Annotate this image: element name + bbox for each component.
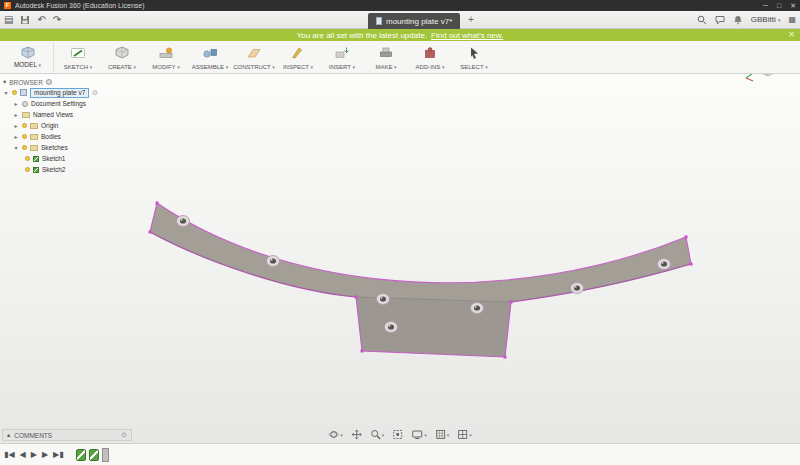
- chevron-down-icon: ▾: [382, 432, 385, 438]
- step-back-icon[interactable]: ◀: [20, 450, 26, 459]
- visibility-bulb-icon[interactable]: [25, 156, 30, 161]
- folder-icon: [30, 145, 38, 151]
- search-icon[interactable]: [697, 15, 707, 25]
- root-component-label[interactable]: mounting plate v7: [30, 88, 89, 98]
- file-menu-icon[interactable]: ▤: [4, 14, 13, 25]
- tree-item-origin[interactable]: ▸ Origin: [3, 120, 155, 131]
- panel-collapse-icon[interactable]: ▾: [3, 78, 6, 86]
- browser-panel: ▾ BROWSER ▾ mounting plate v7 ⊙ ▸ Docume…: [3, 77, 155, 175]
- chevron-down-icon: ▾: [424, 432, 427, 438]
- tree-root-component[interactable]: ▾ mounting plate v7 ⊙: [3, 87, 155, 98]
- ribbon-group-addins[interactable]: ADD-INS ▾: [408, 42, 452, 72]
- new-tab-button[interactable]: +: [468, 14, 474, 25]
- quick-toolbar: ▤ ↶ ↷ mounting plate v7* + GBBitti ▾ ▦: [0, 11, 800, 29]
- tree-collapsed-icon[interactable]: ▸: [13, 111, 19, 118]
- sketch-icon: [33, 167, 39, 173]
- tree-item-sketch2[interactable]: Sketch2: [3, 164, 155, 175]
- fit-icon: [392, 429, 403, 440]
- orbit-button[interactable]: ▾: [328, 429, 343, 440]
- inspect-icon: [290, 46, 306, 59]
- tree-item-bodies[interactable]: ▸ Bodies: [3, 131, 155, 142]
- step-forward-icon[interactable]: ▶: [42, 450, 48, 459]
- tree-item-named-views[interactable]: ▸ Named Views: [3, 109, 155, 120]
- ribbon-group-insert[interactable]: INSERT ▾: [320, 42, 364, 72]
- fit-button[interactable]: [392, 429, 403, 440]
- redo-icon[interactable]: ↷: [53, 14, 61, 25]
- ribbon-group-create[interactable]: CREATE ▾: [100, 42, 144, 72]
- visibility-bulb-icon[interactable]: [25, 167, 30, 172]
- pan-button[interactable]: [351, 429, 362, 440]
- banner-close-icon[interactable]: ✕: [788, 30, 795, 39]
- comment-icon[interactable]: [715, 15, 725, 25]
- user-account-button[interactable]: GBBitti ▾: [751, 15, 781, 24]
- tree-item-label: Sketch2: [42, 166, 66, 173]
- tree-expanded-icon[interactable]: ▾: [13, 144, 19, 151]
- workspace-model-icon: [20, 46, 36, 59]
- update-banner: You are all set with the latest update. …: [0, 29, 800, 41]
- chevron-down-icon: ▾: [340, 432, 343, 438]
- chevron-down-icon: ▾: [39, 62, 42, 68]
- ribbon-group-make[interactable]: MAKE ▾: [364, 42, 408, 72]
- ribbon-group-assemble[interactable]: ASSEMBLE ▾: [188, 42, 232, 72]
- navigation-toolbar: ▾ ▾ ▾ ▾ ▾: [328, 429, 472, 440]
- collapse-up-icon[interactable]: ▴: [7, 431, 10, 439]
- addins-icon: [422, 46, 438, 59]
- notification-bell-icon[interactable]: [733, 15, 743, 25]
- tree-collapsed-icon[interactable]: ▸: [13, 122, 19, 129]
- grid-settings-button[interactable]: ▾: [435, 429, 450, 440]
- tree-item-label: Named Views: [33, 111, 73, 118]
- tree-item-sketches[interactable]: ▾ Sketches: [3, 142, 155, 153]
- folder-icon: [30, 134, 38, 140]
- modify-icon: [158, 46, 174, 59]
- visibility-bulb-icon[interactable]: [22, 134, 27, 139]
- display-settings-button[interactable]: ▾: [411, 429, 427, 440]
- sketch-icon: [70, 46, 86, 59]
- viewports-button[interactable]: ▾: [457, 429, 472, 440]
- ribbon-group-sketch[interactable]: SKETCH ▾: [56, 42, 100, 72]
- comments-bar[interactable]: ▴ COMMENTS ⊙: [2, 429, 132, 441]
- browser-gear-icon[interactable]: [46, 79, 52, 85]
- tree-collapsed-icon[interactable]: ▸: [13, 133, 19, 140]
- insert-icon: [334, 46, 350, 59]
- tree-item-label: Origin: [41, 122, 58, 129]
- skip-to-start-icon[interactable]: ▮◀: [4, 450, 15, 459]
- whats-new-link[interactable]: Find out what's new.: [431, 31, 503, 40]
- document-tab[interactable]: mounting plate v7*: [368, 13, 460, 29]
- settings-gear-icon: [22, 101, 28, 107]
- activate-target-icon[interactable]: ⊙: [92, 89, 98, 97]
- fusion360-window: F Autodesk Fusion 360 (Education License…: [0, 0, 800, 465]
- timeline-feature-sketch1[interactable]: [76, 449, 86, 461]
- assemble-icon: [202, 46, 218, 59]
- maximize-icon[interactable]: □: [777, 2, 781, 10]
- play-icon[interactable]: ▶: [31, 450, 37, 459]
- timeline-position-marker[interactable]: [102, 448, 109, 462]
- visibility-bulb-icon[interactable]: [22, 145, 27, 150]
- comments-target-icon[interactable]: ⊙: [121, 431, 127, 439]
- tree-collapsed-icon[interactable]: ▸: [13, 100, 19, 107]
- zoom-button[interactable]: ▾: [370, 429, 385, 440]
- workspace-selector[interactable]: MODEL ▾: [2, 42, 54, 72]
- ribbon-group-construct[interactable]: CONSTRUCT ▾: [232, 42, 276, 72]
- titlebar: F Autodesk Fusion 360 (Education License…: [0, 0, 800, 11]
- banner-message: You are all set with the latest update.: [297, 31, 427, 40]
- tree-item-document-settings[interactable]: ▸ Document Settings: [3, 98, 155, 109]
- undo-icon[interactable]: ↶: [37, 14, 45, 25]
- ribbon-group-select[interactable]: SELECT ▾: [452, 42, 496, 72]
- tree-item-label: Sketches: [41, 144, 68, 151]
- tree-item-sketch1[interactable]: Sketch1: [3, 153, 155, 164]
- construct-icon: [246, 46, 262, 59]
- tree-expanded-icon[interactable]: ▾: [3, 89, 9, 96]
- save-icon[interactable]: [20, 15, 30, 25]
- document-icon: [376, 17, 382, 25]
- skip-to-end-icon[interactable]: ▶▮: [53, 450, 64, 459]
- timeline-feature-sketch2[interactable]: [89, 449, 99, 461]
- close-icon[interactable]: ✕: [790, 2, 796, 10]
- apps-grid-icon[interactable]: ▦: [788, 15, 796, 24]
- ribbon-group-inspect[interactable]: INSPECT ▾: [276, 42, 320, 72]
- pan-icon: [351, 429, 362, 440]
- visibility-bulb-icon[interactable]: [12, 90, 17, 95]
- ribbon-group-modify[interactable]: MODIFY ▾: [144, 42, 188, 72]
- minimize-icon[interactable]: ─: [763, 2, 768, 10]
- visibility-bulb-icon[interactable]: [22, 123, 27, 128]
- zoom-icon: [370, 429, 381, 440]
